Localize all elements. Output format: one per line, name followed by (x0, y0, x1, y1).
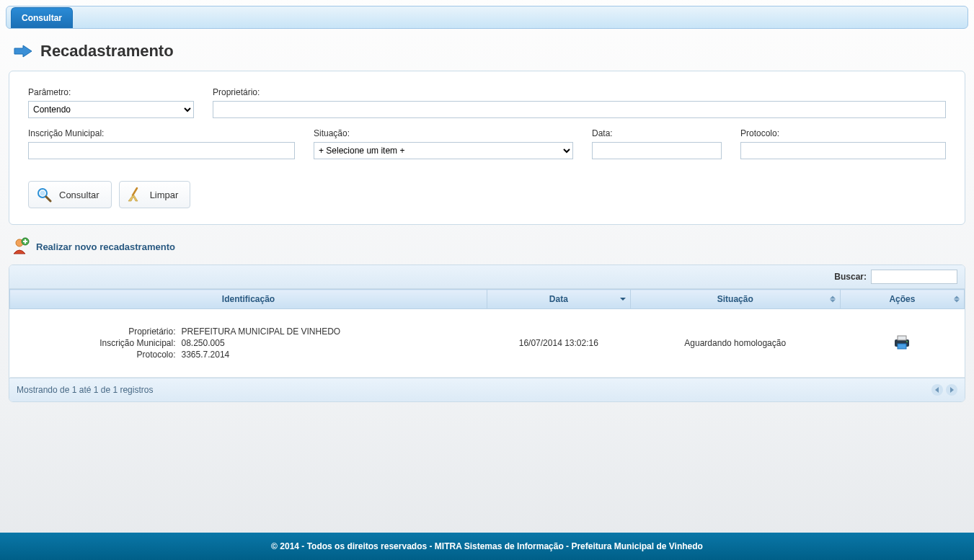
limpar-button-label: Limpar (150, 190, 179, 200)
add-user-icon (12, 236, 30, 257)
col-data[interactable]: Data (487, 290, 631, 309)
proprietario-label: Proprietário: (213, 87, 946, 97)
table-row: Proprietário: PREFEITURA MUNICIPAL DE VI… (10, 309, 965, 378)
svg-marker-0 (14, 45, 32, 57)
row-protocolo-value: 3365.7.2014 (182, 350, 443, 360)
search-icon (36, 187, 52, 203)
arrow-right-icon (13, 44, 33, 58)
tab-consultar[interactable]: Consultar (11, 7, 73, 28)
tab-bar: Consultar (6, 6, 968, 29)
situacao-label: Situação: (314, 128, 573, 138)
svg-point-12 (906, 341, 908, 342)
parametro-select[interactable]: Contendo (28, 101, 194, 118)
sort-desc-icon (620, 298, 626, 301)
svg-rect-10 (898, 336, 906, 340)
consultar-button-label: Consultar (59, 190, 99, 200)
broom-icon (127, 187, 143, 203)
row-situacao-value: Aguardando homologação (630, 309, 840, 378)
parametro-label: Parâmetro: (28, 87, 194, 97)
sort-icon (954, 296, 960, 303)
site-footer: © 2014 - Todos os direitos reservados - … (0, 533, 974, 560)
results-footer-info: Mostrando de 1 até 1 de 1 registros (17, 385, 153, 395)
col-identificacao-label: Identificação (222, 294, 275, 304)
new-recadastramento-label: Realizar novo recadastramento (36, 241, 175, 252)
svg-line-3 (46, 197, 50, 201)
col-identificacao[interactable]: Identificação (10, 290, 487, 309)
pager-next[interactable] (946, 384, 957, 396)
svg-rect-11 (898, 344, 906, 349)
col-situacao-label: Situação (717, 294, 753, 304)
situacao-select[interactable]: + Selecione um item + (314, 142, 573, 159)
search-label: Buscar: (834, 272, 867, 282)
row-inscricao-value: 08.250.005 (182, 338, 443, 348)
row-proprietario-label: Proprietário: (39, 326, 176, 337)
sort-icon (830, 296, 836, 303)
svg-point-2 (40, 191, 45, 196)
new-recadastramento-link[interactable]: Realizar novo recadastramento (6, 225, 968, 265)
data-label: Data: (592, 128, 722, 138)
data-input[interactable] (592, 142, 722, 159)
limpar-button[interactable]: Limpar (119, 181, 191, 208)
col-acoes[interactable]: Ações (840, 290, 964, 309)
page-title: Recadastramento (40, 42, 174, 61)
results-panel: Buscar: Identificação Data Situação (9, 265, 965, 402)
svg-marker-13 (935, 387, 939, 393)
svg-line-4 (133, 188, 137, 195)
protocolo-input[interactable] (740, 142, 946, 159)
col-acoes-label: Ações (889, 294, 915, 304)
row-protocolo-label: Protocolo: (39, 350, 176, 360)
svg-marker-14 (950, 387, 954, 393)
inscricao-label: Inscrição Municipal: (28, 128, 295, 138)
pager (931, 384, 957, 396)
protocolo-label: Protocolo: (740, 128, 946, 138)
row-data-value: 16/07/2014 13:02:16 (487, 309, 631, 378)
row-proprietario-value: PREFEITURA MUNICIPAL DE VINHEDO (182, 326, 443, 337)
filter-panel: Parâmetro: Contendo Proprietário: Inscri… (9, 71, 965, 225)
row-inscricao-label: Inscrição Municipal: (39, 338, 176, 348)
page-title-row: Recadastramento (6, 29, 968, 71)
pager-prev[interactable] (931, 384, 943, 396)
proprietario-input[interactable] (213, 101, 946, 118)
print-icon[interactable] (892, 343, 912, 353)
search-input[interactable] (871, 270, 957, 284)
col-situacao[interactable]: Situação (630, 290, 840, 309)
consultar-button[interactable]: Consultar (28, 181, 112, 208)
inscricao-input[interactable] (28, 142, 295, 159)
col-data-label: Data (549, 294, 568, 304)
